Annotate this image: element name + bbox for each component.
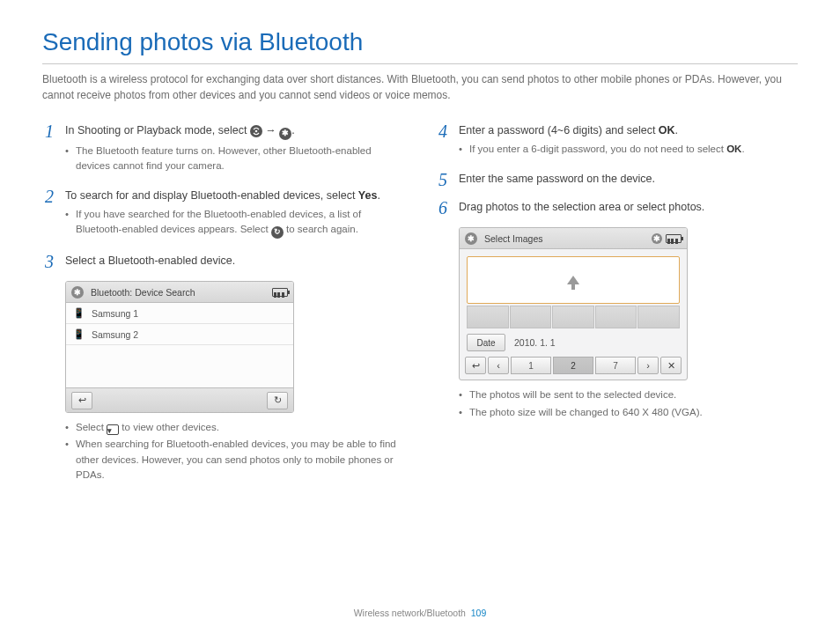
list-item[interactable]: 📱Samsung 1 (66, 303, 293, 324)
device-icon: 📱 (73, 328, 85, 340)
page-footer: Wireless network/Bluetooth 109 (0, 608, 840, 618)
next-button[interactable]: › (637, 357, 659, 374)
bluetooth-icon: ✱ (465, 232, 477, 245)
step-number: 6 (436, 199, 450, 217)
step-4-text: Enter a password (4~6 digits) and select… (459, 124, 678, 136)
device-icon: 📱 (73, 307, 85, 319)
page-7[interactable]: 7 (595, 357, 636, 374)
step-1-text: In Shooting or Playback mode, select → ✱… (65, 124, 295, 136)
bluetooth-icon: ✱ (279, 128, 291, 140)
step-6-bullet-1: The photos will be sent to the selected … (459, 387, 798, 402)
device-name: Samsung 1 (92, 308, 138, 319)
chevron-down-icon: ▾ (107, 424, 119, 435)
list-item[interactable]: 📱Samsung 2 (66, 324, 293, 345)
step-number: 4 (436, 122, 450, 160)
date-button[interactable]: Date (467, 334, 505, 351)
date-value: 2010. 1. 1 (514, 337, 556, 348)
page-2[interactable]: 2 (553, 357, 593, 374)
page-intro: Bluetooth is a wireless protocol for exc… (42, 71, 798, 103)
step-4: 4 Enter a password (4~6 digits) and sele… (436, 122, 798, 160)
step-3-bullet-2: When searching for Bluetooth-enabled dev… (65, 437, 404, 483)
svg-point-0 (255, 130, 258, 133)
thumbnail-strip[interactable] (467, 306, 680, 328)
selection-drop-area[interactable] (467, 256, 680, 304)
step-5: 5 Enter the same password on the device. (436, 171, 798, 188)
content-columns: 1 In Shooting or Playback mode, select →… (42, 122, 798, 486)
step-2-text: To search for and display Bluetooth-enab… (65, 189, 380, 202)
step-1: 1 In Shooting or Playback mode, select →… (42, 122, 404, 177)
step-3: 3 Select a Bluetooth-enabled device. (42, 253, 404, 270)
step-2: 2 To search for and display Bluetooth-en… (42, 188, 404, 242)
step-number: 1 (42, 122, 56, 177)
right-column: 4 Enter a password (4~6 digits) and sele… (436, 122, 798, 486)
step-number: 5 (436, 171, 450, 188)
step-6: 6 Drag photos to the selection area or s… (436, 199, 798, 217)
thumbnail[interactable] (510, 306, 552, 328)
battery-icon (666, 234, 682, 243)
select-images-screen: ✱ Select Images ✱ Date 2010. 1. 1 ↩ ‹ 1 (459, 227, 688, 380)
thumbnail[interactable] (467, 306, 509, 328)
wireless-icon (250, 125, 262, 137)
refresh-button[interactable]: ↻ (267, 392, 288, 409)
close-button[interactable]: ✕ (660, 357, 682, 374)
thumbnail[interactable] (552, 306, 594, 328)
step-6-bullet-2: The photo size will be changed to 640 X … (459, 405, 798, 420)
left-column: 1 In Shooting or Playback mode, select →… (42, 122, 404, 486)
bluetooth-icon: ✱ (71, 286, 84, 299)
back-button[interactable]: ↩ (465, 357, 486, 374)
battery-icon (272, 288, 288, 297)
step-4-bullet: If you enter a 6-digit password, you do … (459, 142, 798, 157)
bluetooth-status-icon: ✱ (652, 233, 662, 244)
step-3-text: Select a Bluetooth-enabled device. (65, 254, 235, 267)
device-name: Samsung 2 (92, 329, 138, 340)
screen-title: Select Images (484, 233, 543, 244)
page-1[interactable]: 1 (511, 357, 551, 374)
step-number: 3 (42, 253, 56, 270)
thumbnail[interactable] (595, 306, 637, 328)
refresh-icon: ↻ (271, 226, 284, 239)
device-search-screen: ✱ Bluetooth: Device Search 📱Samsung 1 📱S… (65, 281, 294, 413)
step-5-text: Enter the same password on the device. (459, 173, 655, 185)
screen-title: Bluetooth: Device Search (91, 287, 195, 298)
step-3-bullet-1: Select ▾ to view other devices. (65, 420, 404, 435)
step-6-text: Drag photos to the selection area or sel… (459, 201, 704, 213)
thumbnail[interactable] (637, 306, 680, 328)
step-1-bullet: The Bluetooth feature turns on. However,… (65, 144, 404, 174)
back-button[interactable]: ↩ (71, 392, 92, 409)
arrow-up-icon (567, 276, 579, 284)
page-title: Sending photos via Bluetooth (42, 28, 798, 64)
step-number: 2 (42, 188, 56, 242)
prev-button[interactable]: ‹ (488, 357, 509, 374)
step-2-bullet: If you have searched for the Bluetooth-e… (65, 207, 404, 239)
